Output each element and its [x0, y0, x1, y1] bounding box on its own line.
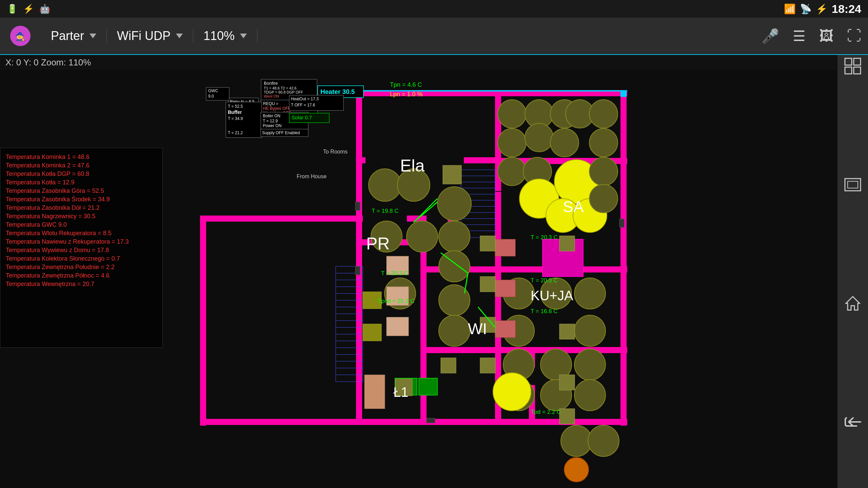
svg-text:WI: WI	[468, 320, 487, 338]
app-logo[interactable]: 🧙	[7, 22, 34, 49]
svg-rect-115	[363, 324, 381, 341]
svg-point-108	[561, 425, 592, 456]
svg-rect-4	[845, 67, 852, 74]
svg-point-90	[407, 221, 438, 252]
svg-text:SA: SA	[563, 198, 584, 216]
svg-point-110	[564, 458, 589, 482]
status-right: 📶 📡 ⚡ 18:24	[784, 2, 861, 16]
mic-icon[interactable]: 🎤	[762, 28, 779, 44]
svg-point-69	[369, 169, 401, 201]
svg-text:From House: From House	[297, 174, 327, 179]
svg-rect-119	[387, 317, 409, 336]
svg-text:Ela: Ela	[400, 156, 425, 175]
svg-text:TDGP = 60.8  DGP OFF: TDGP = 60.8 DGP OFF	[264, 90, 303, 94]
svg-rect-5	[854, 67, 861, 74]
svg-text:Went ON: Went ON	[264, 94, 279, 98]
main-canvas[interactable]: Ela PR SA KU+JA WI Ł1 Tpn = 4.6 C Lpn = …	[0, 70, 837, 488]
status-time: 18:24	[832, 2, 861, 16]
svg-text:T = 21.2: T = 21.2	[228, 130, 243, 135]
svg-rect-20	[200, 216, 363, 222]
info-line-3: Temperatura Kotła DGP = 60.8	[6, 170, 157, 178]
back-button[interactable]	[841, 410, 865, 434]
toolbar: 🧙 Parter WiFi UDP 110% 🎤 ☰ 🖼 ⛶	[0, 18, 868, 55]
zoom-selector[interactable]: 110%	[193, 29, 257, 43]
info-line-16: Temperatura Wewnętrzna = 20.7	[6, 281, 157, 288]
info-line-6: Temperatura Zasobnika Środek = 34.9	[6, 196, 157, 203]
svg-text:T = 19.8 C: T = 19.8 C	[372, 208, 399, 214]
floor-name: Parter	[51, 29, 84, 43]
svg-rect-134	[355, 202, 360, 210]
floor-selector[interactable]: Parter	[41, 29, 107, 43]
svg-point-78	[498, 157, 526, 186]
svg-point-102	[574, 315, 606, 346]
svg-text:T = 52.5: T = 52.5	[228, 104, 243, 109]
svg-point-75	[498, 128, 526, 157]
zoom-dropdown-arrow	[240, 34, 247, 38]
info-line-13: Temperatura Kolektora Słonecznego = 0.7	[6, 255, 157, 262]
svg-text:Buffer: Buffer	[228, 109, 242, 115]
svg-point-91	[439, 221, 470, 252]
home-button[interactable]	[841, 291, 865, 315]
window-button[interactable]	[841, 173, 865, 197]
info-line-9: Temperatura GWC 9.0	[6, 221, 157, 228]
toolbar-icons: 🎤 ☰ 🖼 ⛶	[762, 28, 861, 44]
svg-text:T = 20.3 C: T = 20.3 C	[531, 234, 558, 241]
svg-point-104	[574, 380, 606, 411]
svg-text:T = 16.8 C: T = 16.8 C	[531, 308, 558, 314]
svg-rect-17	[359, 157, 366, 163]
connection-selector[interactable]: WiFi UDP	[107, 29, 193, 43]
svg-rect-123	[480, 236, 495, 251]
svg-text:Lpn = 1.0 %: Lpn = 1.0 %	[390, 91, 423, 98]
svg-rect-26	[620, 266, 627, 426]
svg-text:HE Bypes OFF: HE Bypes OFF	[263, 106, 291, 111]
svg-text:REQU =: REQU =	[263, 101, 278, 106]
expand-icon[interactable]: ⛶	[847, 28, 861, 44]
svg-text:9.0: 9.0	[208, 94, 214, 99]
svg-text:To Rooms: To Rooms	[323, 149, 348, 155]
svg-rect-135	[355, 266, 360, 275]
svg-text:KU+JA: KU+JA	[531, 288, 573, 303]
info-line-11: Temperatura Nawiewu z Rekuperatora = 17.…	[6, 238, 157, 245]
svg-point-72	[498, 100, 526, 128]
svg-rect-23	[356, 347, 362, 425]
svg-point-76	[525, 123, 553, 152]
svg-text:Bonfire: Bonfire	[264, 81, 278, 86]
list-icon[interactable]: ☰	[793, 28, 806, 44]
svg-text:Tpd = 2.2 C: Tpd = 2.2 C	[531, 409, 561, 415]
info-line-12: Temperatura Wywiewu z Domu = 17.8	[6, 247, 157, 254]
svg-point-71	[437, 187, 471, 221]
svg-text:Ł1: Ł1	[393, 385, 409, 400]
info-line-15: Temperatura Zewnętrzna Północ = 4.6	[6, 272, 157, 279]
info-line-14: Temperatura Zewnętrzna Południe = 2.2	[6, 264, 157, 271]
svg-rect-29	[420, 347, 495, 353]
svg-text:T = 12.9: T = 12.9	[263, 119, 278, 123]
info-line-8: Temperatura Nagrzewnicy = 30.5	[6, 213, 157, 220]
svg-rect-2	[845, 58, 852, 65]
usb-icon: ⚡	[23, 4, 34, 14]
svg-rect-22	[200, 419, 363, 425]
svg-text:Supply OFF   Enabled: Supply OFF Enabled	[262, 130, 300, 135]
svg-point-94	[439, 315, 470, 346]
image-icon[interactable]: 🖼	[819, 28, 833, 44]
floor-dropdown-arrow	[90, 34, 96, 38]
svg-rect-136	[619, 219, 624, 227]
svg-rect-137	[427, 418, 435, 423]
charging-icon: ⚡	[816, 3, 828, 15]
svg-point-86	[589, 128, 618, 157]
svg-point-92	[439, 251, 470, 282]
svg-text:GWC: GWC	[208, 88, 218, 93]
svg-rect-133	[364, 375, 385, 409]
svg-rect-128	[559, 236, 575, 251]
svg-rect-111	[495, 239, 515, 256]
svg-rect-127	[441, 358, 456, 373]
svg-rect-129	[559, 324, 575, 339]
info-line-5: Temperatura Zasobnika Góra = 52.5	[6, 187, 157, 195]
grid-button[interactable]	[841, 54, 865, 78]
svg-rect-112	[495, 280, 515, 297]
status-left: 🔋 ⚡ 🤖	[7, 4, 50, 14]
svg-rect-3	[854, 58, 861, 65]
svg-text:PR: PR	[366, 234, 390, 253]
connection-label: WiFi UDP	[117, 29, 171, 43]
svg-point-101	[574, 278, 606, 309]
svg-rect-7	[848, 181, 858, 188]
